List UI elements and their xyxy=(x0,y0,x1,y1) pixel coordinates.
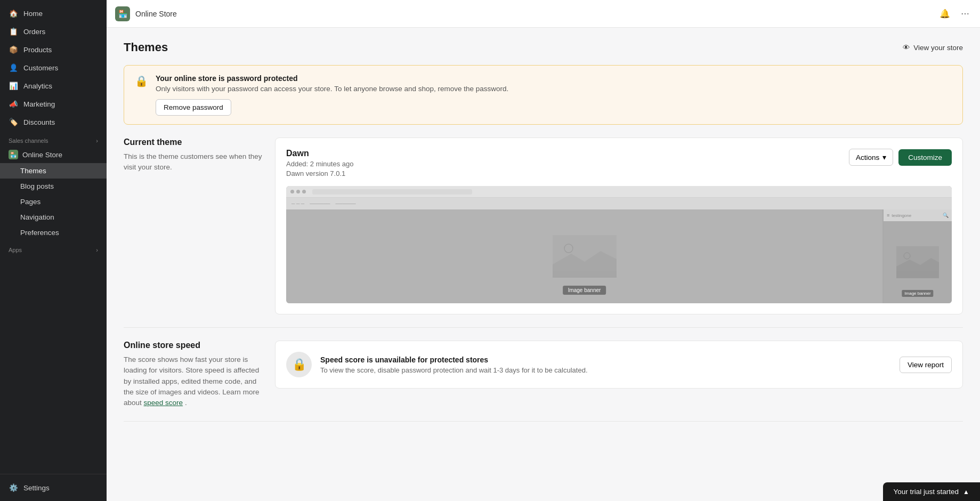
sidebar-item-analytics-label: Analytics xyxy=(23,82,52,90)
sidebar-nav: 🏠 Home 📋 Orders 📦 Products 👤 Customers 📊… xyxy=(0,0,107,260)
warning-content: Your online store is password protected … xyxy=(156,74,952,116)
theme-actions: Actions ▾ Customize xyxy=(849,149,952,166)
sidebar-item-discounts[interactable]: 🏷️ Discounts xyxy=(0,113,107,131)
image-banner-label: Image banner xyxy=(563,286,606,295)
section-divider-2 xyxy=(124,421,963,422)
section-divider-1 xyxy=(124,327,963,328)
warning-description: Only visitors with your password can acc… xyxy=(156,85,952,93)
themes-label: Themes xyxy=(20,167,46,175)
page-title: Themes xyxy=(124,41,168,54)
speed-unavailable-title: Speed score is unavailable for protected… xyxy=(320,355,891,364)
sales-channels-section: Sales channels › xyxy=(0,131,107,146)
more-options-button[interactable]: ⋯ xyxy=(959,6,971,21)
current-theme-left: Current theme This is the theme customer… xyxy=(124,138,262,173)
dot2 xyxy=(296,190,300,193)
chevron-down-icon: ▾ xyxy=(882,153,886,161)
sidebar-item-products[interactable]: 📦 Products xyxy=(0,41,107,59)
preview-body-row: Image banner ≡ testingone 🔍 xyxy=(286,209,952,303)
store-logo: 🏪 xyxy=(115,6,130,21)
lock-icon: 🔒 xyxy=(292,358,306,371)
sidebar-sub-item-blog-posts[interactable]: Blog posts xyxy=(0,179,107,194)
speed-unavailable-desc: To view the score, disable password prot… xyxy=(320,366,891,374)
sidebar-item-settings-label: Settings xyxy=(23,484,50,492)
nav-item1: ─ ─ ─ xyxy=(291,201,304,206)
sidebar-item-orders[interactable]: 📋 Orders xyxy=(0,22,107,41)
actions-button[interactable]: Actions ▾ xyxy=(849,149,893,166)
preview-browser-bar xyxy=(286,186,952,198)
products-icon: 📦 xyxy=(9,45,18,54)
theme-version: Dawn version 7.0.1 xyxy=(286,169,353,177)
preview-wrapper: ─ ─ ─ ────── ────── xyxy=(286,186,952,303)
topbar: 🏪 Online Store 🔔 ⋯ xyxy=(107,0,980,28)
apps-section: Apps › xyxy=(0,240,107,255)
sidebar-sub-item-navigation[interactable]: Navigation xyxy=(0,209,107,225)
trial-label: Your trial just started xyxy=(894,488,959,496)
sidebar-item-home[interactable]: 🏠 Home xyxy=(0,4,107,22)
blog-posts-label: Blog posts xyxy=(20,182,54,190)
speed-card-inner: 🔒 Speed score is unavailable for protect… xyxy=(286,352,952,377)
main-content: 🏪 Online Store 🔔 ⋯ Themes 👁 View your st… xyxy=(107,0,980,501)
sidebar-item-online-store[interactable]: 🏪 Online Store xyxy=(0,146,107,163)
preview-side-header: ≡ testingone 🔍 xyxy=(884,209,952,221)
dot1 xyxy=(290,190,294,193)
preview-store-nav: ─ ─ ─ ────── ────── xyxy=(286,198,952,209)
apps-expand-icon[interactable]: › xyxy=(96,247,98,253)
notification-bell-button[interactable]: 🔔 xyxy=(937,6,952,21)
speed-lock-icon: 🔒 xyxy=(286,352,312,377)
current-theme-title: Current theme xyxy=(124,138,262,147)
current-theme-card: Dawn Added: 2 minutes ago Dawn version 7… xyxy=(275,138,963,314)
sidebar-item-customers[interactable]: 👤 Customers xyxy=(0,59,107,77)
sidebar-sub-item-themes[interactable]: Themes xyxy=(0,163,107,179)
discounts-icon: 🏷️ xyxy=(9,117,18,127)
theme-added: Added: 2 minutes ago xyxy=(286,160,353,168)
customize-button[interactable]: Customize xyxy=(898,149,952,166)
dot3 xyxy=(302,190,306,193)
sidebar-item-discounts-label: Discounts xyxy=(23,118,55,126)
sidebar-item-marketing[interactable]: 📣 Marketing xyxy=(0,95,107,113)
apps-label: Apps xyxy=(9,247,22,253)
view-store-label: View your store xyxy=(913,44,963,52)
speed-left: Online store speed The score shows how f… xyxy=(124,341,262,408)
sidebar-sub-item-pages[interactable]: Pages xyxy=(0,194,107,209)
current-theme-section: Current theme This is the theme customer… xyxy=(124,138,963,314)
nav-item3: ────── xyxy=(335,201,355,206)
view-report-button[interactable]: View report xyxy=(900,357,952,373)
theme-info: Dawn Added: 2 minutes ago Dawn version 7… xyxy=(286,149,353,177)
settings-icon: ⚙️ xyxy=(9,483,18,492)
remove-password-button[interactable]: Remove password xyxy=(156,99,231,116)
sidebar-item-settings[interactable]: ⚙️ Settings xyxy=(0,479,107,497)
navigation-label: Navigation xyxy=(20,213,54,221)
sidebar-item-products-label: Products xyxy=(23,46,52,54)
topbar-right: 🔔 ⋯ xyxy=(937,6,971,21)
sidebar-item-orders-label: Orders xyxy=(23,28,45,36)
sidebar-item-analytics[interactable]: 📊 Analytics xyxy=(0,77,107,95)
topbar-store-name: Online Store xyxy=(135,10,177,18)
pages-label: Pages xyxy=(20,198,41,206)
sidebar-item-customers-label: Customers xyxy=(23,64,58,72)
home-icon: 🏠 xyxy=(9,9,18,18)
lock-warning-icon: 🔒 xyxy=(135,75,148,87)
side-icons: 🔍 xyxy=(943,213,949,218)
side-menu-icon: ≡ xyxy=(887,213,889,218)
sidebar-item-home-label: Home xyxy=(23,10,43,18)
speed-card: 🔒 Speed score is unavailable for protect… xyxy=(275,341,963,389)
speed-text: Speed score is unavailable for protected… xyxy=(320,355,891,374)
nav-item2: ────── xyxy=(310,201,330,206)
preview-side-panel: ≡ testingone 🔍 xyxy=(882,209,952,303)
speed-score-link[interactable]: speed score xyxy=(144,399,183,407)
speed-section-desc: The score shows how fast your store is l… xyxy=(124,354,262,408)
marketing-icon: 📣 xyxy=(9,99,18,109)
online-store-label: Online Store xyxy=(22,151,62,159)
trial-bar[interactable]: Your trial just started ▲ xyxy=(883,482,980,501)
analytics-icon: 📊 xyxy=(9,81,18,91)
view-store-button[interactable]: 👁 View your store xyxy=(903,44,963,52)
customers-icon: 👤 xyxy=(9,63,18,72)
url-bar xyxy=(312,189,472,195)
password-warning-banner: 🔒 Your online store is password protecte… xyxy=(124,65,963,125)
theme-preview: ─ ─ ─ ────── ────── xyxy=(286,186,952,303)
eye-icon: 👁 xyxy=(903,44,910,52)
sidebar-bottom: ⚙️ Settings xyxy=(0,474,107,501)
side-image-banner-label: Image banner xyxy=(902,290,933,297)
expand-icon[interactable]: › xyxy=(96,138,98,144)
sidebar-sub-item-preferences[interactable]: Preferences xyxy=(0,225,107,240)
